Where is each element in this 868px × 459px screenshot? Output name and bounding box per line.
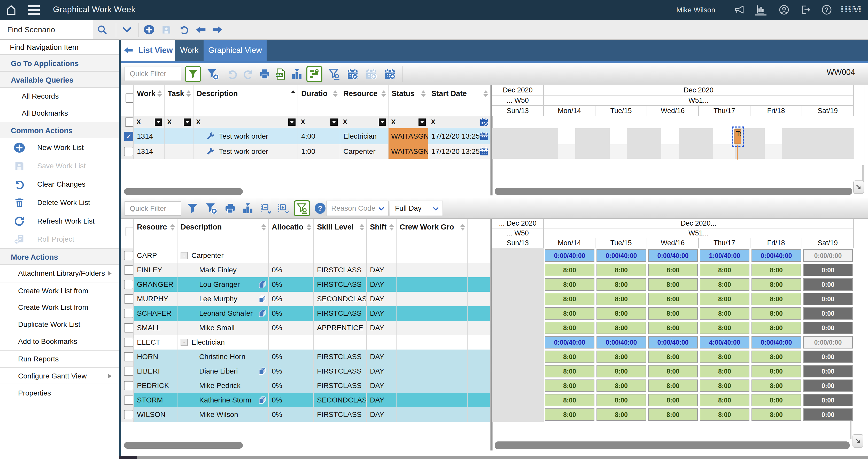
select-all-checkbox[interactable] bbox=[126, 94, 134, 103]
row-checkbox[interactable] bbox=[124, 251, 133, 260]
collapse-group-icon[interactable]: - bbox=[181, 252, 188, 259]
row-checkbox[interactable] bbox=[124, 280, 133, 289]
availability-cell[interactable]: 8:00 bbox=[751, 380, 801, 392]
availability-cell[interactable]: 0:00/40:00 bbox=[648, 336, 698, 349]
reason-code-select[interactable]: Reason Code bbox=[326, 201, 389, 216]
sidebar-item-configure-gantt[interactable]: Configure Gantt View Properties bbox=[0, 367, 119, 384]
filter-dropdown-icon[interactable] bbox=[331, 119, 338, 126]
row-checkbox[interactable] bbox=[124, 395, 133, 405]
calendar-icon[interactable] bbox=[479, 117, 489, 127]
sidebar-header-queries[interactable]: Available Queries bbox=[0, 71, 119, 88]
multiple-crafts-icon[interactable] bbox=[258, 367, 267, 375]
filter-dropdown-icon[interactable] bbox=[155, 119, 162, 126]
availability-cell[interactable]: 0:00/40:00 bbox=[545, 250, 594, 262]
availability-cell[interactable]: 8:00 bbox=[596, 351, 646, 363]
availability-cell[interactable]: 8:00 bbox=[751, 365, 801, 378]
filter-cell-duration[interactable]: X bbox=[298, 116, 340, 128]
resource-gantt-hscrollbar[interactable] bbox=[495, 441, 850, 449]
multiple-crafts-icon[interactable] bbox=[258, 295, 267, 303]
availability-cell[interactable]: 8:00 bbox=[545, 380, 594, 392]
sidebar-item-create-from-graphical[interactable]: Create Work List from Graphical Assig... bbox=[0, 299, 119, 316]
availability-cell[interactable]: 8:00 bbox=[648, 365, 698, 378]
availability-cell[interactable]: 8:00 bbox=[596, 322, 646, 334]
new-scenario-button[interactable] bbox=[142, 22, 157, 37]
availability-cell[interactable]: 8:00 bbox=[648, 394, 698, 406]
availability-cell[interactable]: 8:00 bbox=[545, 264, 594, 276]
availability-cell[interactable]: 0:00 bbox=[803, 351, 853, 363]
resource-group-row[interactable]: CARP -Carpenter bbox=[121, 248, 490, 263]
availability-cell[interactable]: 0:00 bbox=[803, 365, 853, 378]
availability-cell[interactable]: 8:00 bbox=[700, 380, 749, 392]
column-header-status[interactable]: Status bbox=[389, 85, 428, 116]
resource-row[interactable]: STORM Katherine Storm 0% SECONDCLASS DAY bbox=[121, 393, 490, 407]
availability-cell[interactable]: 8:00 bbox=[596, 278, 646, 291]
sort-icon[interactable] bbox=[186, 90, 191, 97]
availability-cell[interactable]: 8:00 bbox=[545, 365, 594, 378]
availability-cell[interactable]: 8:00 bbox=[751, 293, 801, 305]
sidebar-header-more-actions[interactable]: More Actions bbox=[0, 248, 119, 265]
sidebar-item-duplicate-work-list[interactable]: Duplicate Work List bbox=[0, 316, 119, 333]
column-header-crew-work-group[interactable]: Crew Work Gro bbox=[397, 219, 468, 248]
sidebar-item-add-to-bookmarks[interactable]: Add to Bookmarks bbox=[0, 333, 119, 350]
availability-cell[interactable]: 8:00 bbox=[751, 264, 801, 276]
availability-cell[interactable]: 8:00 bbox=[751, 408, 801, 421]
availability-cell[interactable]: 8:00 bbox=[545, 278, 594, 291]
column-header-description[interactable]: Description bbox=[193, 85, 298, 116]
calendar-next-icon[interactable] bbox=[383, 67, 397, 81]
sidebar-item-refresh-work-list[interactable]: Refresh Work List bbox=[0, 212, 119, 230]
search-icon[interactable] bbox=[95, 22, 110, 37]
availability-cell[interactable]: 8:00 bbox=[648, 293, 698, 305]
availability-cell[interactable]: 8:00 bbox=[700, 278, 749, 291]
row-checkbox[interactable] bbox=[124, 352, 133, 361]
availability-cell[interactable]: 8:00 bbox=[751, 307, 801, 320]
column-header-shift[interactable]: Shift bbox=[367, 219, 397, 248]
row-checkbox[interactable] bbox=[124, 338, 133, 347]
availability-cell[interactable]: 8:00 bbox=[700, 351, 749, 363]
filter-dropdown-icon[interactable] bbox=[418, 119, 426, 126]
find-scenario-input[interactable] bbox=[0, 20, 93, 39]
availability-cell[interactable]: 0:00/40:00 bbox=[751, 250, 801, 262]
row-checkbox[interactable]: ✓ bbox=[124, 132, 133, 141]
availability-cell[interactable]: 4:00/40:00 bbox=[700, 336, 749, 349]
availability-cell[interactable]: 8:00 bbox=[545, 408, 594, 421]
filter-cell-description[interactable]: X bbox=[193, 116, 298, 128]
column-header-resource[interactable]: Resourc bbox=[134, 219, 178, 248]
sort-ascending-icon[interactable] bbox=[291, 90, 296, 93]
filter-on-icon[interactable] bbox=[185, 66, 201, 82]
sort-icon[interactable] bbox=[333, 90, 338, 97]
sort-icon[interactable] bbox=[483, 90, 488, 97]
tab-work[interactable]: Work bbox=[175, 40, 204, 61]
availability-cell[interactable]: 8:00 bbox=[700, 264, 749, 276]
chevron-down-icon[interactable] bbox=[119, 22, 134, 37]
sign-out-icon[interactable] bbox=[800, 4, 811, 15]
collapse-group-icon[interactable]: - bbox=[181, 339, 188, 346]
filter-cell-start-date[interactable]: X bbox=[428, 116, 490, 128]
filter-clear-icon[interactable] bbox=[204, 201, 218, 215]
filter-cell-work[interactable]: X bbox=[134, 116, 164, 128]
tab-graphical-view[interactable]: Graphical View bbox=[204, 40, 267, 61]
calendar-icon[interactable] bbox=[479, 146, 489, 157]
print-icon[interactable] bbox=[257, 67, 272, 81]
filter-dropdown-icon[interactable] bbox=[288, 119, 296, 126]
calendar-icon[interactable] bbox=[479, 131, 489, 141]
assignment-bar[interactable]: Te bbox=[735, 129, 741, 144]
work-table-hscrollbar[interactable] bbox=[124, 188, 243, 195]
window-hscrollbar[interactable] bbox=[119, 456, 868, 459]
row-checkbox[interactable] bbox=[124, 381, 133, 390]
availability-cell[interactable]: 8:00 bbox=[700, 322, 749, 334]
calendar-select-icon[interactable] bbox=[346, 67, 360, 81]
availability-cell[interactable]: 8:00 bbox=[751, 394, 801, 406]
availability-cell[interactable]: 8:00 bbox=[648, 380, 698, 392]
availability-cell[interactable]: 0:00 bbox=[803, 264, 853, 276]
column-header-description[interactable]: Description bbox=[178, 219, 269, 248]
resource-row[interactable]: LIBERI Diane Liberi 0% FIRSTCLASS DAY bbox=[121, 364, 490, 379]
availability-cell[interactable]: 8:00 bbox=[596, 264, 646, 276]
multiple-crafts-icon[interactable] bbox=[258, 396, 267, 404]
work-row[interactable]: 1314 Test work order 1:00 Carpenter WAIT… bbox=[121, 144, 490, 159]
profile-icon[interactable] bbox=[778, 4, 790, 15]
availability-cell[interactable]: 8:00 bbox=[700, 307, 749, 320]
work-gantt-hscrollbar[interactable] bbox=[495, 188, 852, 195]
lock-view-icon[interactable] bbox=[306, 66, 322, 82]
availability-cell[interactable]: 8:00 bbox=[596, 365, 646, 378]
sidebar-item-attachment-library[interactable]: Attachment Library/Folders bbox=[0, 265, 119, 282]
